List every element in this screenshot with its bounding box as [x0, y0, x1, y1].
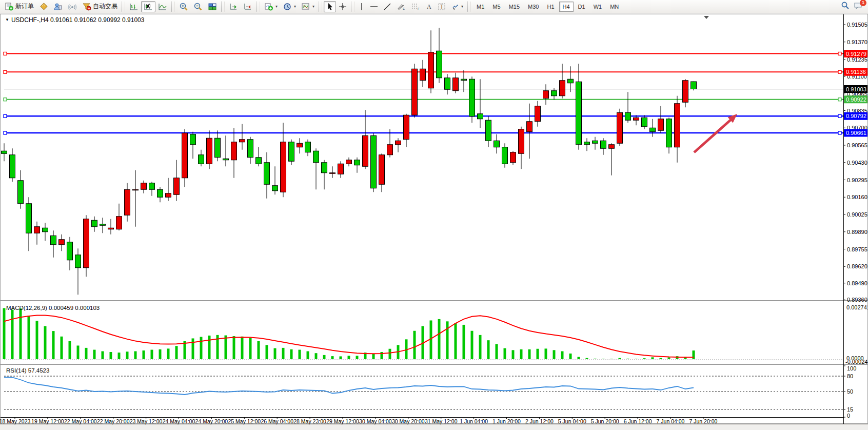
- horizontal-line-button[interactable]: [367, 1, 381, 12]
- timeframe-mn-button[interactable]: MN: [606, 2, 622, 12]
- candle[interactable]: [59, 240, 65, 245]
- candle[interactable]: [584, 142, 590, 145]
- candle[interactable]: [313, 151, 319, 163]
- timeframe-m1-button[interactable]: M1: [473, 2, 488, 12]
- candle[interactable]: [100, 224, 106, 226]
- zoom-out-button[interactable]: [191, 1, 205, 12]
- level-line-handle[interactable]: [838, 131, 841, 134]
- candle[interactable]: [625, 112, 631, 120]
- candle[interactable]: [330, 173, 336, 174]
- signals-button[interactable]: [65, 1, 80, 12]
- vertical-line-button[interactable]: [356, 1, 367, 12]
- candle[interactable]: [207, 138, 212, 164]
- timeframe-m30-button[interactable]: M30: [524, 2, 542, 12]
- timeframe-h4-button[interactable]: H4: [559, 2, 574, 12]
- candle[interactable]: [166, 193, 171, 198]
- candle[interactable]: [683, 81, 688, 103]
- candle[interactable]: [396, 141, 401, 145]
- level-line-handle[interactable]: [4, 98, 7, 101]
- candle[interactable]: [469, 79, 475, 116]
- periods-button-dropdown-icon[interactable]: ▾: [294, 4, 296, 9]
- label-button[interactable]: T: [435, 1, 448, 12]
- candle[interactable]: [486, 120, 491, 141]
- candle[interactable]: [231, 142, 237, 160]
- candle[interactable]: [576, 82, 582, 145]
- level-line-handle[interactable]: [838, 52, 841, 55]
- candle[interactable]: [502, 147, 508, 164]
- timeframe-m15-button[interactable]: M15: [505, 2, 523, 12]
- candle[interactable]: [371, 135, 377, 188]
- candle[interactable]: [428, 52, 434, 88]
- new-order-button[interactable]: 新订单: [2, 1, 36, 12]
- chat-button[interactable]: 1: [854, 2, 863, 12]
- tile-windows-button[interactable]: [205, 1, 220, 12]
- candle[interactable]: [650, 128, 656, 132]
- candle[interactable]: [658, 119, 664, 131]
- candle[interactable]: [199, 155, 204, 164]
- candle[interactable]: [666, 119, 672, 147]
- chart-collapse-icon[interactable]: ▼: [5, 17, 9, 22]
- candle[interactable]: [560, 81, 565, 96]
- candle[interactable]: [297, 143, 303, 147]
- candle[interactable]: [18, 181, 24, 204]
- candle[interactable]: [634, 118, 639, 120]
- candle[interactable]: [691, 82, 697, 89]
- candle[interactable]: [322, 163, 327, 173]
- bar-chart-button[interactable]: [127, 1, 141, 12]
- candle[interactable]: [437, 51, 442, 78]
- candle[interactable]: [149, 183, 155, 190]
- level-line-handle[interactable]: [838, 98, 841, 101]
- navigator-button[interactable]: [51, 1, 65, 12]
- candle[interactable]: [34, 227, 40, 233]
- candle[interactable]: [26, 204, 32, 233]
- chart-shift-button[interactable]: [241, 1, 255, 12]
- candle[interactable]: [108, 228, 114, 229]
- arrows-button-dropdown-icon[interactable]: ▾: [461, 4, 463, 9]
- candle[interactable]: [412, 69, 418, 115]
- level-line-handle[interactable]: [838, 114, 841, 118]
- level-line-handle[interactable]: [4, 131, 7, 134]
- candle[interactable]: [2, 151, 7, 153]
- candle[interactable]: [141, 183, 147, 190]
- candle[interactable]: [675, 104, 680, 147]
- timeframe-w1-button[interactable]: W1: [590, 2, 606, 12]
- candle[interactable]: [338, 164, 344, 174]
- templates-button-dropdown-icon[interactable]: ▾: [312, 4, 314, 9]
- candle[interactable]: [593, 141, 598, 143]
- candle[interactable]: [174, 178, 180, 195]
- candle[interactable]: [215, 138, 221, 158]
- candle[interactable]: [551, 91, 557, 96]
- autotrading-button[interactable]: 自动交易: [80, 1, 120, 12]
- line-chart-button[interactable]: [155, 1, 170, 12]
- text-button[interactable]: A: [423, 1, 435, 12]
- level-line-handle[interactable]: [4, 70, 7, 73]
- level-line-handle[interactable]: [4, 52, 7, 55]
- timeframe-h1-button[interactable]: H1: [543, 2, 558, 12]
- candle[interactable]: [125, 189, 130, 215]
- candle[interactable]: [527, 122, 532, 132]
- search-icon[interactable]: [841, 1, 850, 12]
- candle[interactable]: [519, 129, 524, 154]
- arrows-button[interactable]: ▾: [448, 1, 466, 12]
- candle[interactable]: [601, 141, 606, 148]
- candle[interactable]: [461, 79, 467, 81]
- new-chart-button[interactable]: ▾: [262, 1, 280, 12]
- candle[interactable]: [281, 142, 286, 192]
- candle[interactable]: [510, 152, 516, 163]
- candle[interactable]: [609, 145, 615, 149]
- timeframe-d1-button[interactable]: D1: [575, 2, 589, 12]
- zoom-in-button[interactable]: [176, 1, 191, 12]
- candle[interactable]: [264, 163, 270, 185]
- timeframe-m5-button[interactable]: M5: [489, 2, 504, 12]
- candle[interactable]: [346, 160, 352, 164]
- candle[interactable]: [240, 140, 245, 142]
- candle[interactable]: [248, 140, 253, 158]
- chart-canvas[interactable]: 0.915050.913700.912350.911000.909650.908…: [0, 14, 868, 430]
- candle[interactable]: [116, 217, 122, 229]
- candle[interactable]: [51, 236, 56, 245]
- candle[interactable]: [535, 106, 541, 122]
- candle[interactable]: [157, 189, 163, 197]
- candle[interactable]: [354, 160, 360, 165]
- candle[interactable]: [363, 135, 368, 166]
- candle[interactable]: [617, 112, 623, 143]
